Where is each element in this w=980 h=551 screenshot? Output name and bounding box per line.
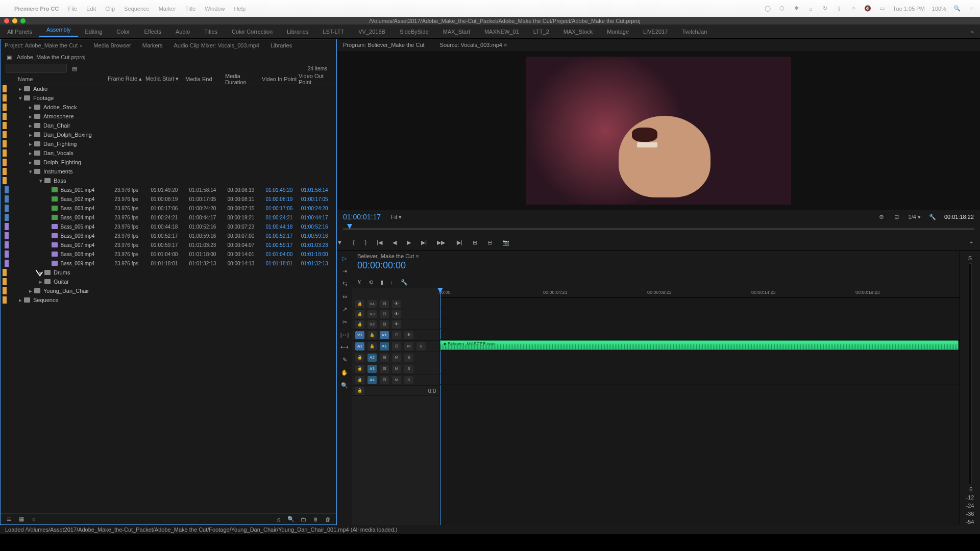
time-ruler[interactable]: 00:0000:00:04:2300:00:09:2300:00:14:2300… (439, 288, 960, 298)
workspace-montage[interactable]: Montage (600, 29, 636, 35)
menubar-battery[interactable]: 100% (932, 6, 946, 12)
selection-tool-icon[interactable]: ▷ (342, 255, 347, 262)
rolling-tool-icon[interactable]: ⇔ (342, 293, 347, 300)
video-track-header[interactable]: 🔒V4⊟👁 (352, 299, 439, 309)
audio-track-header[interactable]: A1🔒A1⊟MS (352, 341, 439, 352)
prev-frame-button[interactable]: ◀ (393, 239, 397, 246)
folder-bass[interactable]: ▾Bass (1, 176, 336, 185)
cc-status-icon[interactable]: ◯ (764, 5, 771, 12)
audio-track[interactable] (439, 362, 960, 373)
video-track[interactable] (439, 298, 960, 308)
col-video-in[interactable]: Video In Point (262, 76, 299, 82)
source-timecode[interactable]: 01:00:01:17 (343, 213, 381, 221)
menu-title[interactable]: Title (185, 6, 195, 12)
list-view-icon[interactable]: ☰ (6, 516, 13, 522)
filter-icon[interactable]: ▤ (71, 65, 78, 72)
folder-dan_dolph_boxing[interactable]: ▸Dan_Dolph_Boxing (1, 130, 336, 139)
export-frame-button[interactable]: 📷 (502, 239, 509, 246)
hand-tool-icon[interactable]: ✋ (341, 369, 348, 376)
workspace-all-panels[interactable]: All Panels (0, 29, 39, 35)
tab-audio-mixer[interactable]: Audio Clip Mixer: Vocals_003.mp4 (174, 42, 259, 48)
folder-drums[interactable]: ▸Drums (1, 268, 336, 277)
tab-libraries[interactable]: Libraries (271, 42, 292, 48)
workspace-maxnew_01[interactable]: MAXNEW_01 (477, 29, 526, 35)
spotlight-icon[interactable]: 🔍 (953, 5, 961, 12)
folder-guitar[interactable]: ▸Guitar (1, 277, 336, 286)
clip-row[interactable]: Bass_004.mp423.976 fps01:00:24:2101:00:4… (1, 213, 336, 222)
workspace-vv_2016b[interactable]: VV_2016B (351, 29, 393, 35)
folder-dan_vocals[interactable]: ▸Dan_Vocals (1, 148, 336, 158)
find-icon[interactable]: 🔍 (287, 516, 295, 522)
video-track-header[interactable]: 🔒V3⊟👁 (352, 309, 439, 319)
audio-track[interactable] (439, 373, 960, 385)
insert-button[interactable]: ⊞ (473, 239, 477, 246)
wrench2-icon[interactable]: 🔧 (401, 279, 408, 286)
col-framerate[interactable]: Frame Rate ▴ (108, 76, 145, 82)
track-area[interactable]: 00:0000:00:04:2300:00:09:2300:00:14:2300… (439, 288, 960, 525)
menu-icon[interactable]: ≡ (968, 6, 975, 12)
display-icon[interactable]: ▭ (878, 5, 886, 12)
col-video-out[interactable]: Video Out Point (299, 73, 334, 85)
go-to-in-button[interactable]: } (365, 239, 367, 245)
workspace-titles[interactable]: Titles (197, 29, 225, 35)
video-track[interactable] (439, 308, 960, 318)
go-to-out-button[interactable]: ▶▶ (437, 239, 445, 246)
out-icon[interactable]: ⊟ (893, 214, 900, 220)
video-track-header[interactable]: V1🔒V1⊟👁 (352, 330, 439, 341)
app-name[interactable]: Premiere Pro CC (14, 6, 59, 12)
menu-help[interactable]: Help (234, 6, 246, 12)
workspace-max_stock[interactable]: MAX_Stock (556, 29, 600, 35)
bluetooth-icon[interactable]: ᛒ (836, 6, 843, 12)
audio-track-header[interactable]: 🔒A3⊟MS (352, 363, 439, 374)
workspace-libraries[interactable]: Libraries (280, 29, 315, 35)
search-input[interactable] (6, 64, 67, 73)
workspace-lst-ltt[interactable]: LST-LTT (315, 29, 351, 35)
folder-dan_chair[interactable]: ▸Dan_Chair (1, 121, 336, 130)
workspace-assembly[interactable]: Assembly (39, 27, 78, 37)
new-item-icon[interactable]: 🗎 (312, 516, 319, 522)
slip-tool-icon[interactable]: |↔| (340, 332, 349, 338)
playhead-icon[interactable] (347, 224, 352, 229)
menu-marker[interactable]: Marker (159, 6, 176, 12)
backup-icon[interactable]: ↻ (821, 5, 828, 12)
workspace-twitchjan[interactable]: TwitchJan (675, 29, 714, 35)
preview-area[interactable] (337, 51, 980, 210)
tab-project[interactable]: Project: Adobe_Make the Cut× (5, 42, 82, 48)
tab-media-browser[interactable]: Media Browser (93, 42, 131, 48)
linked-sel-icon[interactable]: ⟲ (369, 279, 373, 286)
folder-instruments[interactable]: ▾Instruments (1, 167, 336, 176)
audio-track[interactable] (439, 351, 960, 362)
step-back-button[interactable]: |◀ (377, 239, 382, 246)
menu-clip[interactable]: Clip (105, 6, 115, 12)
sequence-name[interactable]: Believer_Make the Cut (357, 253, 414, 259)
zoom-tool-icon[interactable]: 🔍 (341, 382, 348, 389)
minimize-window-icon[interactable] (12, 18, 17, 23)
dropbox-icon[interactable]: ⬡ (778, 5, 786, 12)
auto-sequence-icon[interactable]: ⎌ (275, 516, 282, 522)
menubar-clock[interactable]: Tue 1:05 PM (893, 6, 925, 12)
audio-clip[interactable]: ■ Believer_MASTER.wav (440, 340, 959, 350)
pen-tool-icon[interactable]: ✎ (342, 357, 347, 363)
bin-icon[interactable]: ▣ (6, 54, 13, 61)
video-track-header[interactable]: 🔒V2⊟👁 (352, 319, 439, 330)
master-track[interactable]: 🔒0.0 (352, 386, 439, 396)
loop-button[interactable]: |▶| (455, 239, 462, 246)
snap-icon[interactable]: ⊻ (357, 279, 361, 286)
tab-program[interactable]: Program: Believer_Make the Cut (343, 42, 425, 48)
icon-view-icon[interactable]: ▦ (18, 516, 25, 522)
playback-res[interactable]: 1/4 ▾ (909, 214, 921, 220)
folder-adobe_stock[interactable]: ▸Adobe_Stock (1, 103, 336, 112)
ripple-tool-icon[interactable]: ⇆ (342, 281, 347, 287)
workspace-color-correction[interactable]: Color Correction (225, 29, 280, 35)
clip-row[interactable]: Bass_003.mp423.976 fps01:00:17:0601:00:2… (1, 204, 336, 213)
col-media-end[interactable]: Media End (185, 76, 225, 82)
freeform-icon[interactable]: ○ (30, 516, 37, 522)
menu-file[interactable]: File (68, 6, 77, 12)
audio-track-a1[interactable]: ■ Believer_MASTER.wav (439, 340, 960, 351)
folder-audio[interactable]: ▸Audio (1, 84, 336, 93)
workspace-overflow-icon[interactable]: » (964, 29, 980, 35)
video-track[interactable] (439, 318, 960, 329)
markers-icon[interactable]: ▮ (380, 279, 383, 286)
menu-sequence[interactable]: Sequence (124, 6, 150, 12)
col-media-start[interactable]: Media Start ▾ (145, 76, 185, 82)
